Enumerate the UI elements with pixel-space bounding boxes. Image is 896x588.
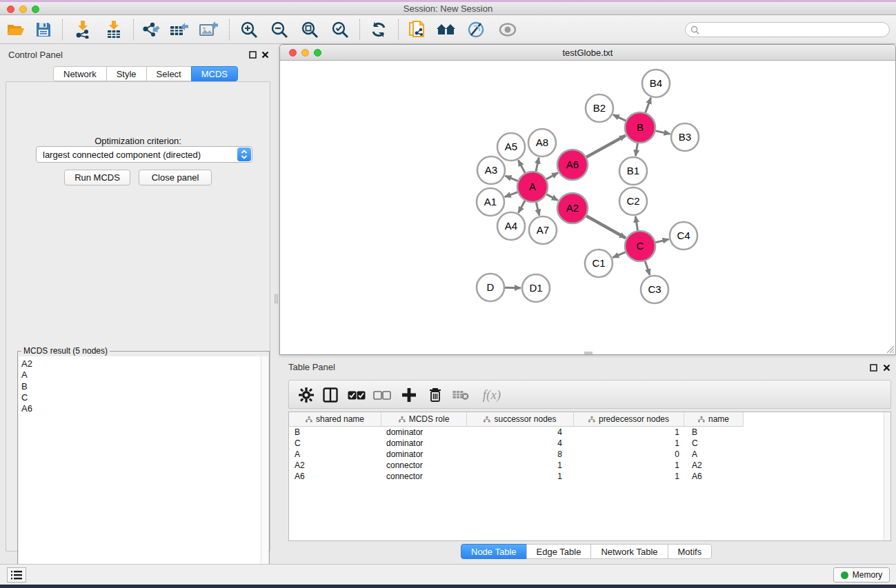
- zoom-out-icon[interactable]: [268, 19, 291, 41]
- table-panel: Table Panel f(x) shared nameMC: [279, 358, 896, 564]
- network-canvas[interactable]: B4B2BB3B1A5A8A3A6AA1C2A4A7A2CC4C1C3DD1: [281, 61, 895, 354]
- export-network-icon[interactable]: [139, 19, 162, 41]
- close-panel-button[interactable]: Close panel: [139, 170, 212, 185]
- memory-button[interactable]: Memory: [833, 567, 890, 582]
- split-view-icon[interactable]: [319, 384, 341, 406]
- control-panel-tabs: Network Style Select MCDS: [54, 66, 238, 81]
- graph-edge[interactable]: [613, 252, 626, 257]
- table-toolbar: f(x): [288, 380, 891, 409]
- optimization-criterion-label: Optimization criterion:: [6, 136, 270, 146]
- mcds-result-item[interactable]: A2: [21, 358, 262, 369]
- function-builder-icon[interactable]: f(x): [477, 384, 507, 406]
- table-row[interactable]: Cdominator41C: [289, 438, 890, 449]
- import-table-icon[interactable]: [102, 19, 126, 41]
- column-header[interactable]: successor nodes: [467, 412, 574, 427]
- graph-node-label: C4: [677, 230, 690, 241]
- network-view-window: testGlobe.txt B4B2BB3B1A5A8A3A6AA1C2A4A7…: [279, 44, 896, 355]
- add-column-icon[interactable]: [398, 384, 420, 406]
- fx-label: f(x): [483, 387, 501, 403]
- tab-style[interactable]: Style: [106, 66, 147, 81]
- network-window-title: testGlobe.txt: [280, 48, 895, 58]
- graph-node-label: C1: [592, 257, 605, 269]
- network-graph[interactable]: B4B2BB3B1A5A8A3A6AA1C2A4A7A2CC4C1C3DD1: [281, 61, 895, 354]
- tab-edge-table[interactable]: Edge Table: [526, 544, 592, 559]
- network-from-file-icon[interactable]: [406, 19, 429, 41]
- network-window-titlebar[interactable]: testGlobe.txt: [280, 45, 895, 61]
- app-titlebar: Session: New Session: [0, 2, 896, 15]
- zoom-fit-icon[interactable]: [298, 19, 321, 41]
- criterion-select[interactable]: largest connected component (directed): [36, 146, 252, 163]
- table-row[interactable]: A2connector11A2: [289, 460, 890, 471]
- resize-grip-icon[interactable]: [886, 344, 895, 353]
- graph-edge[interactable]: [655, 131, 670, 134]
- graph-edge[interactable]: [645, 261, 650, 275]
- table-row[interactable]: A6connector11A6: [289, 471, 890, 482]
- eye-icon[interactable]: [496, 19, 519, 41]
- graph-edge[interactable]: [536, 157, 539, 172]
- float-panel-icon[interactable]: [248, 50, 257, 59]
- zoom-selected-icon[interactable]: [328, 19, 352, 41]
- delete-table-icon[interactable]: [450, 384, 472, 406]
- close-panel-icon[interactable]: [260, 50, 270, 59]
- graph-node-label: C: [637, 240, 644, 252]
- mcds-result-item[interactable]: C: [21, 392, 262, 403]
- graph-edge[interactable]: [546, 173, 558, 180]
- graph-edge[interactable]: [546, 194, 557, 200]
- search-field[interactable]: [685, 22, 890, 37]
- column-header[interactable]: MCDS role: [381, 412, 467, 427]
- mcds-result-item[interactable]: A: [21, 369, 262, 381]
- tab-node-table[interactable]: Node Table: [461, 544, 527, 559]
- horizontal-scrollbar-thumb[interactable]: [584, 352, 593, 354]
- column-header[interactable]: shared name: [289, 412, 381, 427]
- run-mcds-button[interactable]: Run MCDS: [64, 170, 130, 185]
- graph-edge[interactable]: [635, 143, 637, 156]
- select-all-checkboxes-icon[interactable]: [346, 384, 368, 406]
- tab-select[interactable]: Select: [146, 66, 192, 81]
- task-history-button[interactable]: [7, 567, 26, 582]
- graph-edge[interactable]: [645, 98, 650, 114]
- hide-graphics-details-icon[interactable]: [464, 19, 488, 41]
- graph-edge[interactable]: [586, 136, 626, 158]
- table-row[interactable]: Bdominator41B: [289, 427, 890, 438]
- graph-edge[interactable]: [505, 192, 519, 196]
- desktop-edge-bottom: [0, 585, 896, 588]
- mcds-list-scrollbar[interactable]: [261, 356, 268, 588]
- graph-edge[interactable]: [635, 216, 637, 232]
- export-table-icon[interactable]: [168, 19, 191, 41]
- node-table-body: Bdominator41BCdominator41CAdominator80AA…: [289, 427, 890, 482]
- deselect-all-checkboxes-icon[interactable]: [371, 384, 393, 406]
- mcds-result-item[interactable]: B: [21, 381, 262, 392]
- tab-network-table[interactable]: Network Table: [590, 544, 668, 559]
- import-network-icon[interactable]: [71, 19, 94, 41]
- table-settings-icon[interactable]: [295, 384, 317, 406]
- hierarchy-icon: [399, 416, 406, 423]
- table-close-icon[interactable]: [882, 363, 891, 372]
- tab-motifs[interactable]: Motifs: [668, 544, 713, 559]
- graph-edge[interactable]: [518, 160, 525, 173]
- column-header[interactable]: name: [684, 412, 744, 427]
- graph-edge[interactable]: [519, 200, 526, 212]
- search-input[interactable]: [699, 24, 889, 35]
- graph-edge[interactable]: [586, 216, 626, 238]
- tab-network[interactable]: Network: [53, 66, 107, 81]
- zoom-in-icon[interactable]: [237, 19, 261, 41]
- mcds-result-item[interactable]: A6: [21, 403, 262, 414]
- table-float-icon[interactable]: [868, 363, 878, 372]
- table-row[interactable]: Adominator80A: [289, 449, 890, 460]
- refresh-icon[interactable]: [367, 19, 390, 41]
- graph-node-label: A6: [566, 159, 579, 170]
- graph-edge[interactable]: [505, 176, 518, 181]
- export-image-icon[interactable]: [197, 19, 221, 41]
- column-header[interactable]: predecessor nodes: [574, 412, 684, 427]
- graph-edge[interactable]: [613, 114, 626, 121]
- graph-edge[interactable]: [536, 201, 539, 215]
- vertical-scrollbar-nub[interactable]: [275, 294, 278, 303]
- table-panel-title: Table Panel: [288, 362, 335, 372]
- open-session-icon[interactable]: [4, 19, 28, 41]
- table-vertical-scrollbar[interactable]: [884, 412, 890, 540]
- graph-edge[interactable]: [655, 239, 668, 243]
- home-icon[interactable]: [435, 19, 458, 41]
- delete-column-icon[interactable]: [424, 384, 446, 406]
- tab-mcds[interactable]: MCDS: [191, 66, 238, 81]
- save-session-icon[interactable]: [32, 19, 55, 41]
